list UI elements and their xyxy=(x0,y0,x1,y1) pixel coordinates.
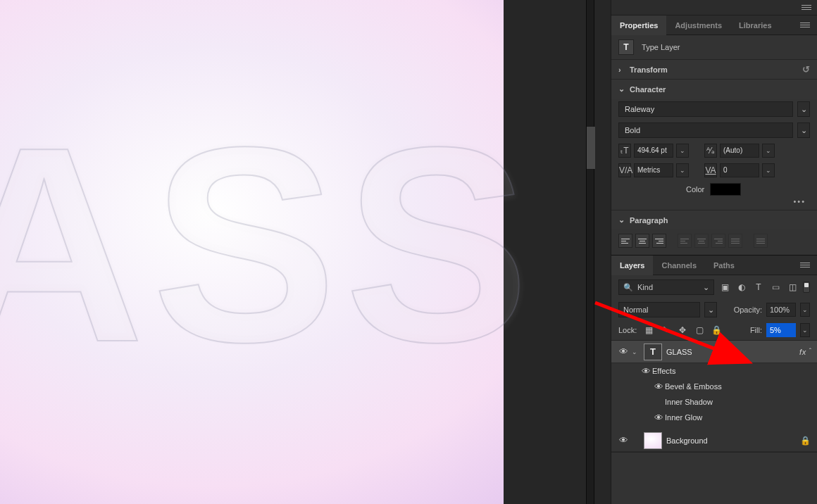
blend-mode-select[interactable]: Normal xyxy=(618,302,700,317)
layers-panel-menu-icon[interactable] xyxy=(800,261,817,269)
font-style-select[interactable]: Bold xyxy=(618,122,793,138)
type-layer-thumb: T xyxy=(644,344,662,360)
right-panels: Properties Adjustments Libraries T Type … xyxy=(611,0,817,504)
tab-paths[interactable]: Paths xyxy=(705,256,743,275)
kerning-chevron[interactable]: ⌄ xyxy=(676,163,689,177)
blend-mode-chevron[interactable]: ⌄ xyxy=(704,302,717,317)
layer-glass[interactable]: 👁 ⌄ T GLASS fx ˆ xyxy=(611,341,817,363)
font-size-icon: ₜT xyxy=(618,144,631,158)
paragraph-label: Paragraph xyxy=(630,216,668,225)
layer-background[interactable]: 👁 ⌄ Background 🔒 xyxy=(611,429,817,452)
kerning-icon: V/A xyxy=(618,163,631,177)
effect-name: Bevel & Emboss xyxy=(665,382,722,391)
lock-all-icon[interactable]: 🔒 xyxy=(710,324,723,336)
paragraph-align-row xyxy=(611,229,817,255)
lock-position-icon[interactable]: ✥ xyxy=(676,324,689,336)
justify-all-button[interactable] xyxy=(728,234,742,248)
search-icon: 🔍 xyxy=(623,283,633,292)
leading-input[interactable]: (Auto) xyxy=(720,144,759,158)
tab-adjustments[interactable]: Adjustments xyxy=(666,15,730,35)
filter-pixel-icon[interactable]: ▣ xyxy=(718,281,731,294)
layer-filter-select[interactable]: 🔍 Kind ⌄ xyxy=(618,279,714,295)
transform-label: Transform xyxy=(630,65,668,74)
effect-bevel-row[interactable]: 👁 Bevel & Emboss xyxy=(611,379,817,394)
filter-type-icon[interactable]: T xyxy=(752,281,765,294)
indent-button[interactable] xyxy=(754,234,768,248)
justify-right-button[interactable] xyxy=(711,234,725,248)
font-size-input[interactable]: 494.64 pt xyxy=(634,144,673,158)
opacity-chevron[interactable]: ⌄ xyxy=(800,303,810,317)
layer-thumb xyxy=(644,432,662,449)
filter-adjust-icon[interactable]: ◐ xyxy=(735,281,748,294)
fill-chevron[interactable]: ⌄ xyxy=(800,323,810,337)
tracking-chevron[interactable]: ⌄ xyxy=(762,163,775,177)
section-character[interactable]: ⌄ Character xyxy=(611,79,817,99)
leading-chevron[interactable]: ⌄ xyxy=(762,144,775,158)
effect-inner-glow-row[interactable]: 👁 Inner Glow xyxy=(611,410,817,425)
effect-name: Inner Glow xyxy=(665,413,702,422)
opacity-label: Opacity: xyxy=(734,305,762,314)
effect-name: Inner Shadow xyxy=(665,398,713,406)
font-family-dropdown-icon[interactable]: ⌄ xyxy=(797,101,810,117)
align-center-button[interactable] xyxy=(635,234,649,248)
blend-mode-value: Normal xyxy=(623,305,648,314)
justify-left-button[interactable] xyxy=(678,234,692,248)
type-layer-indicator: T Type Layer xyxy=(611,35,817,59)
filter-smart-icon[interactable]: ◫ xyxy=(786,281,799,294)
tab-layers[interactable]: Layers xyxy=(611,256,653,275)
fx-badge[interactable]: fx xyxy=(799,348,806,356)
chevron-down-icon: ⌄ xyxy=(618,215,625,225)
layers-tabs: Layers Channels Paths xyxy=(611,256,817,275)
panel-menu-icon[interactable] xyxy=(802,4,811,11)
font-style-dropdown-icon[interactable]: ⌄ xyxy=(797,122,810,138)
chevron-right-icon: › xyxy=(618,65,625,74)
filter-shape-icon[interactable]: ▭ xyxy=(769,281,782,294)
type-layer-icon: T xyxy=(618,39,634,55)
scrollbar-thumb[interactable] xyxy=(587,127,595,169)
section-transform[interactable]: › Transform ↺ xyxy=(611,59,817,79)
tab-channels[interactable]: Channels xyxy=(653,256,705,275)
reset-icon[interactable]: ↺ xyxy=(802,64,810,75)
fx-collapse-icon[interactable]: ˆ xyxy=(809,348,811,355)
character-label: Character xyxy=(630,85,666,94)
font-family-select[interactable]: Raleway xyxy=(618,101,793,117)
properties-panel-menu-icon[interactable] xyxy=(800,21,817,29)
tracking-input[interactable]: 0 xyxy=(720,163,759,177)
properties-tabs: Properties Adjustments Libraries xyxy=(611,15,817,35)
tracking-icon: VA xyxy=(704,163,717,177)
fill-label: Fill: xyxy=(750,326,762,334)
filter-toggle[interactable] xyxy=(803,282,810,293)
tab-libraries[interactable]: Libraries xyxy=(730,15,780,35)
lock-pixels-icon[interactable]: ✎ xyxy=(659,324,672,336)
layer-name[interactable]: GLASS xyxy=(666,348,799,356)
visibility-icon[interactable]: 👁 xyxy=(640,366,652,377)
tab-properties[interactable]: Properties xyxy=(611,15,666,35)
effects-row[interactable]: 👁 Effects xyxy=(611,363,817,379)
font-size-chevron[interactable]: ⌄ xyxy=(676,144,689,158)
visibility-icon[interactable]: 👁 xyxy=(652,412,665,423)
effect-inner-shadow-row[interactable]: 👁 Inner Shadow xyxy=(611,394,817,410)
fill-input[interactable]: 5% xyxy=(766,323,796,337)
visibility-icon[interactable]: 👁 xyxy=(617,346,630,357)
visibility-icon[interactable]: 👁 xyxy=(617,435,630,446)
lock-label: Lock: xyxy=(618,326,637,334)
lock-icon[interactable]: 🔒 xyxy=(799,436,811,446)
lock-artboard-icon[interactable]: ▢ xyxy=(693,324,706,336)
more-options-icon[interactable]: ••• xyxy=(611,197,817,210)
leading-icon: ᴬ⁄ₐ xyxy=(704,144,717,158)
effects-label: Effects xyxy=(652,367,675,375)
visibility-icon[interactable]: 👁 xyxy=(652,382,665,392)
lock-transparency-icon[interactable]: ▦ xyxy=(642,324,655,336)
kerning-input[interactable]: Metrics xyxy=(634,163,673,177)
panel-divider[interactable] xyxy=(586,0,594,504)
section-paragraph[interactable]: ⌄ Paragraph xyxy=(611,210,817,229)
opacity-input[interactable]: 100% xyxy=(766,303,796,317)
text-color-swatch[interactable] xyxy=(710,183,741,196)
document-canvas[interactable]: ASS xyxy=(0,0,504,504)
layer-name[interactable]: Background xyxy=(666,436,799,445)
layer-expand-icon[interactable]: ⌄ xyxy=(630,348,640,355)
align-left-button[interactable] xyxy=(618,234,632,248)
justify-center-button[interactable] xyxy=(694,234,709,248)
align-right-button[interactable] xyxy=(652,234,666,248)
panel-top-bar xyxy=(611,0,817,15)
